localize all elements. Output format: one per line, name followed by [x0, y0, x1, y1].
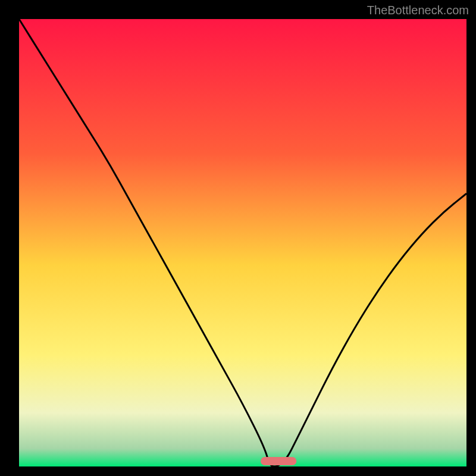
- optimum-marker: [261, 457, 296, 465]
- chart-background: [19, 19, 466, 466]
- watermark-text: TheBottleneck.com: [367, 4, 469, 17]
- chart-plot-area: [19, 19, 466, 466]
- chart-svg: [19, 19, 466, 466]
